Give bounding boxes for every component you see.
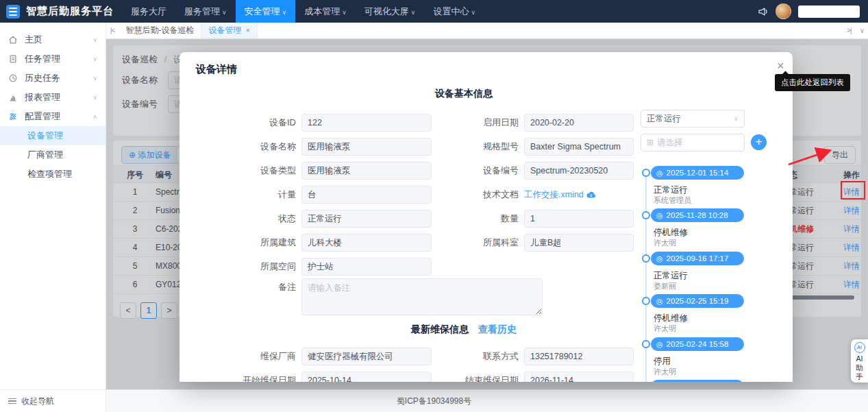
top-navbar: 智慧后勤服务平台 服务大厅 服务管理∨ 安全管理∨ 成本管理∨ 可视化大屏∨ 设… (0, 0, 868, 23)
device-details-modal: 设备详情 × 设备基本信息 设备ID 启用日期 设备名称 规格型号 设备类型 设… (179, 52, 793, 382)
field-label: 维保厂商 (179, 348, 296, 365)
clock-icon (8, 73, 18, 83)
target-icon: ◎ (656, 297, 663, 306)
menu-service-hall[interactable]: 服务大厅 (122, 0, 175, 23)
sidebar-item-vendor-mgmt[interactable]: 厂商管理 (0, 145, 106, 165)
timeline-node-icon (642, 211, 650, 219)
view-history-link[interactable]: 查看历史 (478, 324, 517, 335)
home-icon (8, 35, 18, 45)
target-icon: ◎ (656, 254, 663, 263)
timeline-node-icon (642, 169, 650, 177)
department-input[interactable] (524, 234, 634, 252)
field-label: 结束维保日期 (402, 372, 519, 382)
menu-dashboard[interactable]: 可视化大屏∨ (356, 0, 425, 23)
field-label: 设备类型 (179, 162, 296, 180)
tab-device-inspection[interactable]: 智慧后勤-设备巡检 (119, 23, 201, 38)
spec-model-input[interactable] (524, 138, 634, 156)
chevron-down-icon: ∨ (92, 36, 97, 43)
sidebar-item-device-mgmt[interactable]: 设备管理 (0, 126, 106, 145)
ai-assistant-button[interactable]: AI AI助手 (851, 339, 868, 383)
chevron-down-icon: ∨ (411, 9, 416, 16)
icp-record-text: 蜀ICP备19034998号 (0, 396, 868, 407)
chevron-down-icon: ∨ (92, 94, 97, 101)
chevron-down-icon: ∨ (92, 75, 97, 82)
app-logo-icon (6, 5, 20, 19)
tab-bar: |< 智慧后勤-设备巡检 设备管理× >| ∨ (106, 23, 868, 39)
enable-date-input[interactable] (524, 114, 634, 132)
tabs-menu-chevron-icon[interactable]: ∨ (856, 27, 868, 34)
chevron-down-icon: ∨ (282, 9, 287, 16)
navbar-right (758, 3, 868, 19)
timeline-node-icon (642, 297, 650, 305)
sliders-icon (8, 112, 18, 121)
return-to-list-tooltip: 点击此处返回列表 (775, 74, 850, 91)
chevron-up-icon: ∧ (92, 113, 97, 120)
announcement-icon[interactable] (758, 6, 769, 17)
target-icon: ◎ (656, 211, 663, 220)
sidebar: 主页 ∨ 任务管理 ∨ 历史任务 ∨ 报表管理 ∨ 配置管理 ∧ 设备管理 厂商… (0, 23, 106, 389)
app-title: 智慧后勤服务平台 (26, 5, 114, 18)
bar-chart-icon (8, 93, 18, 102)
field-label: 所属科室 (402, 234, 519, 252)
sidebar-item-home[interactable]: 主页 ∨ (0, 30, 106, 49)
remark-textarea[interactable] (301, 278, 543, 315)
device-code-input[interactable] (524, 162, 634, 180)
sidebar-item-check-item-mgmt[interactable]: 检查项管理 (0, 165, 106, 184)
quantity-input[interactable] (524, 210, 634, 228)
menu-cost-mgmt[interactable]: 成本管理∨ (295, 0, 356, 23)
close-tab-icon[interactable]: × (245, 26, 249, 34)
field-label: 所属建筑 (179, 234, 296, 252)
timeline-time-badge[interactable]: ◎2025-11-28 10:28 (651, 208, 744, 222)
field-label: 数量 (402, 210, 519, 228)
menu-safety-mgmt[interactable]: 安全管理∨ (236, 0, 296, 23)
section-maintenance: 最新维保信息 查看历史 (179, 324, 748, 336)
top-menu: 服务大厅 服务管理∨ 安全管理∨ 成本管理∨ 可视化大屏∨ 设置中心∨ (122, 0, 484, 23)
sidebar-item-history-tasks[interactable]: 历史任务 ∨ (0, 69, 106, 88)
tabs-scroll-right-icon[interactable]: >| (843, 27, 855, 34)
username-redacted (798, 5, 860, 18)
field-label: 状态 (179, 210, 296, 228)
chevron-down-icon: ∨ (92, 56, 97, 62)
field-label: 所属空间 (179, 258, 296, 276)
annotation-arrow (783, 145, 836, 169)
sidebar-item-report-mgmt[interactable]: 报表管理 ∨ (0, 88, 106, 107)
field-label: 开始维保日期 (179, 372, 296, 382)
timeline-time-badge[interactable]: ◎2025-02-25 15:19 (651, 294, 744, 308)
timeline-node-icon (642, 254, 650, 263)
field-label: 设备名称 (179, 138, 296, 156)
field-label: 启用日期 (402, 114, 519, 132)
user-avatar[interactable] (776, 3, 791, 19)
annotation-highlight-box (841, 181, 865, 199)
field-label: 设备编号 (402, 162, 519, 180)
ai-logo-icon: AI (854, 342, 865, 353)
modal-title: 设备详情 (196, 63, 237, 76)
menu-service-mgmt[interactable]: 服务管理∨ (175, 0, 236, 23)
space-input[interactable] (301, 258, 432, 276)
target-icon: ◎ (656, 169, 663, 178)
collapse-icon (8, 398, 16, 404)
field-label: 联系方式 (402, 348, 519, 365)
sidebar-item-config-mgmt[interactable]: 配置管理 ∧ (0, 107, 106, 126)
chevron-down-icon: ∨ (342, 9, 347, 16)
tab-device-management[interactable]: 设备管理× (201, 23, 257, 38)
tech-doc-link[interactable]: 工作交接.xmind (524, 186, 596, 204)
timeline-time-badge[interactable]: ◎2025-12-01 15:14 (651, 166, 744, 180)
timeline-time-badge[interactable]: ◎2025-09-16 17:17 (651, 252, 744, 265)
clipboard-icon (8, 54, 18, 64)
maint-end-date-input[interactable] (524, 372, 634, 382)
sidebar-item-task-mgmt[interactable]: 任务管理 ∨ (0, 49, 106, 69)
field-label: 备注 (179, 278, 296, 296)
contact-input[interactable] (524, 348, 634, 365)
menu-settings-center[interactable]: 设置中心∨ (424, 0, 484, 23)
field-label: 技术文档 (402, 186, 519, 204)
field-label: 规格型号 (402, 138, 519, 156)
cloud-download-icon (586, 191, 596, 199)
field-label: 设备ID (179, 114, 296, 132)
chevron-down-icon: ∨ (222, 9, 227, 16)
field-label: 计量 (179, 186, 296, 204)
chevron-down-icon: ∨ (471, 9, 475, 16)
collapse-nav-button[interactable]: 收起导航 (0, 389, 106, 412)
tabs-scroll-left-icon[interactable]: |< (106, 27, 119, 34)
